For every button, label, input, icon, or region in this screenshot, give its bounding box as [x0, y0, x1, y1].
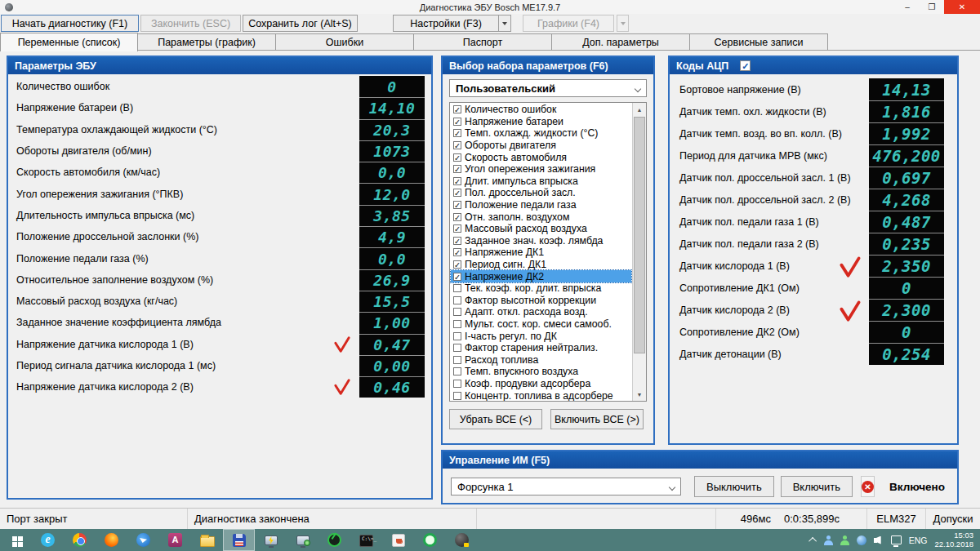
- checkbox-icon[interactable]: [453, 380, 461, 388]
- actuator-off-button[interactable]: Выключить: [694, 476, 774, 497]
- checklist-item[interactable]: Фактор старения нейтрализ.: [451, 342, 631, 354]
- checkbox-icon[interactable]: [453, 332, 461, 340]
- checkbox-icon[interactable]: [453, 308, 461, 316]
- network-pc-icon[interactable]: [287, 529, 318, 551]
- checklist-item[interactable]: ✓Массовый расход воздуха: [451, 223, 631, 235]
- checklist-item[interactable]: ✓Положение педали газа: [451, 199, 631, 211]
- access-db-icon[interactable]: A: [159, 529, 191, 551]
- tab-6[interactable]: Сервисные записи: [690, 33, 828, 51]
- checklist-item[interactable]: ✓Напряжение батареи: [451, 116, 631, 128]
- checklist-item[interactable]: Фактор высотной коррекции: [451, 295, 631, 307]
- tab-4[interactable]: Паспорт: [414, 33, 552, 51]
- tab-5[interactable]: Доп. параметры: [552, 33, 690, 51]
- checkbox-icon[interactable]: ✓: [453, 129, 461, 137]
- checkbox-icon[interactable]: [453, 356, 461, 364]
- checkbox-icon[interactable]: ✓: [453, 260, 461, 269]
- checkbox-icon[interactable]: ✓: [453, 248, 461, 256]
- settings-dropdown-arrow[interactable]: [499, 15, 511, 32]
- checkbox-icon[interactable]: ✓: [453, 118, 461, 126]
- checklist-item[interactable]: Тек. коэф. кор. длит. впрыска: [451, 282, 631, 295]
- checklist-item[interactable]: Адапт. откл. расхода возд.: [451, 306, 631, 318]
- checkbox-icon[interactable]: [453, 367, 461, 375]
- checklist-item[interactable]: ✓Обороты двигателя: [451, 140, 631, 152]
- actuator-stop-button[interactable]: ✕: [861, 476, 875, 497]
- tab-1[interactable]: Переменные (список): [0, 33, 138, 51]
- checkbox-icon[interactable]: [453, 392, 461, 400]
- globe-icon[interactable]: [857, 535, 866, 545]
- checklist-item[interactable]: ✓Период сигн. ДК1: [451, 259, 631, 271]
- file-explorer-icon[interactable]: [191, 529, 223, 551]
- checkbox-icon[interactable]: ✓: [453, 177, 461, 185]
- minimize-button[interactable]: –: [895, 0, 920, 14]
- speaker-icon[interactable]: [874, 535, 884, 545]
- scroll-up-icon[interactable]: ▲: [633, 103, 646, 116]
- clock[interactable]: 15:03 22.10.2018: [934, 531, 973, 549]
- diagnostic-floppy-app-icon[interactable]: [223, 529, 255, 551]
- tray-expand-icon[interactable]: [808, 537, 817, 545]
- checklist-item[interactable]: Темп. впускного воздуха: [451, 366, 631, 378]
- checkbox-icon[interactable]: [453, 320, 461, 328]
- checkbox-icon[interactable]: ✓: [453, 141, 461, 149]
- user-blue-icon[interactable]: [824, 535, 833, 545]
- checklist-item[interactable]: ✓Заданное знач. коэф. лямбда: [451, 235, 631, 247]
- checkbox-icon[interactable]: [453, 284, 461, 292]
- checkbox-icon[interactable]: ✓: [453, 237, 461, 245]
- preset-dropdown[interactable]: Пользовательский: [449, 79, 647, 97]
- checklist-item[interactable]: ✓Угол опережения зажигания: [451, 163, 631, 176]
- add-all-button[interactable]: Включить ВСЕ (>): [550, 409, 644, 429]
- terminal-icon[interactable]: C:\>_: [350, 529, 382, 551]
- graphs-button[interactable]: Графики (F4): [523, 15, 614, 32]
- dark-sphere-app-icon[interactable]: [446, 529, 478, 551]
- remove-all-button[interactable]: Убрать ВСЕ (<): [449, 409, 542, 429]
- actuator-on-button[interactable]: Включить: [781, 476, 853, 497]
- windows-start-icon[interactable]: [0, 529, 32, 551]
- scroll-thumb[interactable]: [634, 117, 645, 353]
- checklist-item[interactable]: ✓Пол. дроссельной засл.: [451, 187, 631, 199]
- checklist-item[interactable]: ✓Длит. импульса впрыска: [451, 176, 631, 188]
- android-studio-icon[interactable]: [318, 529, 350, 551]
- stop-diagnostics-button[interactable]: Закончить (ESC): [140, 15, 241, 32]
- scroll-down-icon[interactable]: ▼: [633, 388, 646, 401]
- scrollbar[interactable]: ▲ ▼: [632, 103, 646, 401]
- settings-button[interactable]: Настройки (F3): [393, 15, 499, 32]
- checkbox-icon[interactable]: ✓: [453, 224, 461, 233]
- checkbox-icon[interactable]: ✓: [453, 189, 461, 197]
- checkbox-icon[interactable]: ✓: [453, 213, 461, 221]
- checkbox-icon[interactable]: ✓: [453, 273, 461, 281]
- actuator-dropdown[interactable]: Форсунка 1: [451, 478, 681, 495]
- java-icon[interactable]: [382, 529, 414, 551]
- checkbox-icon[interactable]: ✓: [453, 105, 461, 113]
- checklist-item[interactable]: Расход топлива: [451, 353, 631, 366]
- adc-header-checkbox[interactable]: ✓: [740, 60, 751, 71]
- checkbox-icon[interactable]: [453, 296, 461, 304]
- graphs-dropdown-arrow[interactable]: [617, 15, 629, 32]
- checklist-item[interactable]: ✓Количество ошибок: [451, 104, 631, 116]
- checkbox-icon[interactable]: [453, 344, 461, 352]
- checklist-item[interactable]: Коэф. продувки адсорбера: [451, 378, 631, 390]
- checklist-item[interactable]: ✓Темп. охлажд. жидкости (°C): [451, 127, 631, 140]
- checklist-item[interactable]: Концентр. топлива в адсорбере: [451, 389, 631, 402]
- checkbox-icon[interactable]: ✓: [453, 201, 461, 209]
- checkbox-icon[interactable]: ✓: [453, 153, 461, 162]
- checklist-item[interactable]: ✓Скорость автомобиля: [451, 151, 631, 163]
- tab-2[interactable]: Параметры (график): [138, 33, 276, 51]
- maximize-button[interactable]: ❐: [920, 0, 944, 14]
- language-indicator[interactable]: ENG: [909, 535, 928, 545]
- internet-explorer-icon[interactable]: e: [32, 529, 64, 551]
- checklist-item[interactable]: ✓Отн. заполн. воздухом: [451, 211, 631, 223]
- save-log-button[interactable]: Сохранить лог (Alt+S): [243, 15, 358, 32]
- start-diagnostics-button[interactable]: Начать диагностику (F1): [1, 15, 139, 32]
- checklist-item[interactable]: I-часть регул. по ДК: [451, 330, 631, 342]
- device-manager-pc-icon[interactable]: [255, 529, 287, 551]
- network-icon[interactable]: [891, 535, 902, 544]
- checkbox-icon[interactable]: ✓: [453, 165, 461, 173]
- firefox-icon[interactable]: [96, 529, 127, 551]
- checklist-item[interactable]: ✓Напряжение ДК2: [451, 270, 631, 282]
- user-green-icon[interactable]: [840, 535, 849, 545]
- close-button[interactable]: ✕: [944, 0, 980, 14]
- green-ring-app-icon[interactable]: [414, 529, 446, 551]
- tab-3[interactable]: Ошибки: [276, 33, 414, 51]
- checklist-item[interactable]: ✓Напряжение ДК1: [451, 247, 631, 259]
- chrome-icon[interactable]: [64, 529, 96, 551]
- checklist-item[interactable]: Мульт. сост. кор. смеси самооб.: [451, 318, 631, 331]
